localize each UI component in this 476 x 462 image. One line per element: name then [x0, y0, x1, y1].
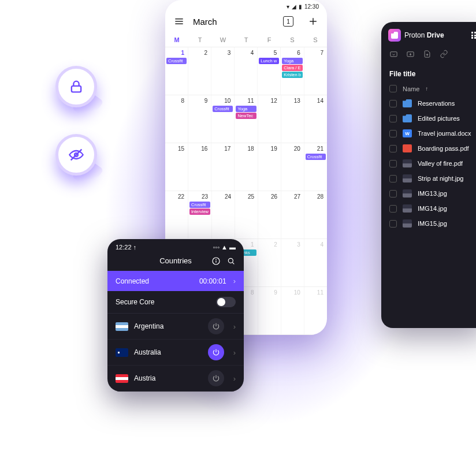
calendar-day-cell[interactable]: 25: [235, 191, 258, 239]
apps-grid-icon[interactable]: [471, 32, 476, 39]
file-row[interactable]: Reservations: [381, 96, 476, 111]
day-number: 25: [236, 192, 256, 201]
file-row[interactable]: Valley of fire.pdf: [381, 156, 476, 171]
day-number: 18: [236, 144, 256, 153]
calendar-day-cell[interactable]: 23CrossfitInterview: [188, 191, 212, 239]
calendar-day-cell[interactable]: 14: [304, 95, 327, 143]
calendar-day-cell[interactable]: 7: [304, 47, 327, 95]
file-checkbox[interactable]: [389, 160, 397, 167]
calendar-day-cell[interactable]: 6YogaClara / EKristen b: [281, 47, 304, 95]
calendar-event[interactable]: Interview: [189, 208, 210, 215]
select-all-checkbox[interactable]: [389, 85, 397, 92]
pdf-icon: [403, 144, 412, 152]
calendar-day-cell[interactable]: 3: [211, 47, 235, 95]
calendar-day-cell[interactable]: 13: [281, 95, 304, 143]
vpn-country-row[interactable]: Argentina›: [107, 314, 244, 340]
calendar-day-cell[interactable]: 1Crossfit: [165, 47, 188, 95]
calendar-day-cell[interactable]: 11: [304, 287, 327, 334]
secure-core-toggle[interactable]: [216, 297, 236, 307]
go-folder-icon[interactable]: [389, 50, 398, 58]
connect-button[interactable]: [208, 318, 224, 334]
file-row[interactable]: IMG15.jpg: [381, 216, 476, 231]
calendar-day-cell[interactable]: 2: [188, 47, 211, 95]
file-row[interactable]: Strip at night.jpg: [381, 171, 476, 186]
vpn-status-icons: ◦◦◦▲▬: [213, 244, 236, 251]
info-icon[interactable]: [211, 256, 221, 266]
column-name: Name: [403, 85, 419, 92]
calendar-event[interactable]: NewTec: [236, 113, 256, 119]
file-row[interactable]: Edited pictures: [381, 111, 476, 126]
calendar-day-cell[interactable]: 17: [211, 143, 235, 191]
day-header: T: [235, 33, 258, 47]
calendar-day-cell[interactable]: 15: [165, 143, 188, 191]
calendar-day-cell[interactable]: 12: [258, 95, 281, 143]
calendar-day-cell[interactable]: 16: [188, 143, 211, 191]
file-checkbox[interactable]: [389, 130, 397, 137]
calendar-day-cell[interactable]: 21Crossfit: [304, 143, 327, 191]
drive-list-header[interactable]: Name ↑: [381, 81, 476, 96]
calendar-day-cell[interactable]: 22: [165, 191, 188, 239]
calendar-day-cell[interactable]: 24: [212, 191, 235, 239]
today-button[interactable]: 1: [283, 16, 293, 27]
file-checkbox[interactable]: [389, 100, 397, 107]
file-name: Edited pictures: [418, 115, 460, 122]
wifi-icon: ▾: [287, 3, 289, 10]
vpn-country-row[interactable]: Australia›: [107, 340, 244, 366]
upload-file-icon[interactable]: [423, 50, 432, 58]
connect-button[interactable]: [208, 344, 224, 360]
calendar-event[interactable]: Clara / E: [282, 65, 303, 71]
day-number: 8: [166, 96, 187, 105]
vpn-title: Countries: [159, 256, 192, 265]
calendar-day-cell[interactable]: 9: [188, 95, 211, 143]
menu-icon[interactable]: [173, 16, 185, 27]
file-checkbox[interactable]: [389, 115, 397, 122]
file-checkbox[interactable]: [389, 175, 397, 182]
calendar-day-cell[interactable]: 19: [258, 143, 281, 191]
calendar-event[interactable]: Crossfit: [306, 154, 326, 160]
calendar-event[interactable]: Yoga: [282, 58, 303, 64]
word-doc-icon: W: [403, 129, 412, 137]
file-row[interactable]: IMG14.jpg: [381, 201, 476, 216]
new-folder-icon[interactable]: [406, 50, 415, 58]
calendar-day-cell[interactable]: 3: [281, 239, 304, 286]
calendar-day-cell[interactable]: 10: [281, 287, 304, 334]
image-thumb-icon: [403, 159, 412, 167]
calendar-day-cell[interactable]: 10Crossfit: [211, 95, 235, 143]
file-checkbox[interactable]: [389, 205, 397, 213]
calendar-day-cell[interactable]: 4: [235, 47, 258, 95]
calendar-day-cell[interactable]: 26: [258, 191, 281, 239]
link-icon[interactable]: [440, 50, 448, 58]
calendar-day-cell[interactable]: 8: [165, 95, 188, 143]
calendar-day-cell[interactable]: 28: [304, 191, 327, 239]
file-checkbox[interactable]: [389, 220, 397, 228]
search-icon[interactable]: [226, 256, 236, 266]
calendar-day-cell[interactable]: 20: [281, 143, 304, 191]
calendar-event[interactable]: Yoga: [236, 106, 256, 112]
file-checkbox[interactable]: [389, 190, 397, 198]
calendar-event[interactable]: Lunch w: [259, 58, 279, 64]
calendar-event[interactable]: Crossfit: [213, 106, 233, 112]
vpn-connected-bar[interactable]: Connected 00:00:01›: [107, 271, 244, 291]
calendar-day-cell[interactable]: 2: [258, 239, 281, 286]
calendar-event[interactable]: Crossfit: [189, 202, 210, 208]
day-number: 19: [259, 144, 280, 153]
calendar-day-cell[interactable]: 9: [258, 287, 281, 334]
calendar-event[interactable]: Kristen b: [282, 72, 303, 78]
calendar-day-cell[interactable]: 11YogaNewTec: [235, 95, 258, 143]
calendar-event[interactable]: Crossfit: [166, 58, 187, 64]
calendar-month-title[interactable]: March: [193, 17, 275, 27]
secure-core-label: Secure Core: [116, 298, 154, 306]
file-checkbox[interactable]: [389, 145, 397, 152]
file-row[interactable]: Boarding pass.pdf: [381, 141, 476, 156]
calendar-day-cell[interactable]: 27: [281, 191, 304, 239]
add-event-icon[interactable]: [307, 16, 319, 27]
file-row[interactable]: WTravel journal.docx: [381, 126, 476, 141]
day-number: 4: [236, 49, 256, 57]
vpn-country-row[interactable]: Austria›: [107, 366, 244, 392]
calendar-day-cell[interactable]: 4: [304, 239, 327, 286]
connect-button[interactable]: [208, 370, 224, 386]
country-name: Austria: [134, 374, 202, 382]
file-row[interactable]: IMG13.jpg: [381, 186, 476, 201]
calendar-day-cell[interactable]: 5Lunch w: [258, 47, 281, 95]
calendar-day-cell[interactable]: 18: [235, 143, 258, 191]
